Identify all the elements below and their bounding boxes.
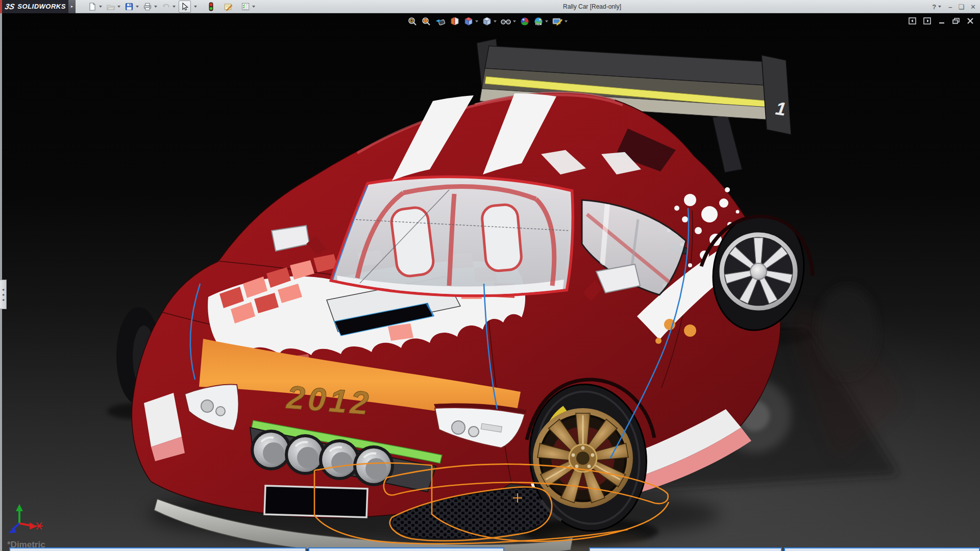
left-arrow-icon: ◄ — [2, 288, 5, 291]
eyeglasses-icon — [500, 16, 511, 27]
document-window-controls — [909, 17, 974, 24]
document-close-icon[interactable] — [967, 17, 974, 24]
select-tool-dropdown[interactable] — [192, 5, 199, 9]
restore-icon: ❏ — [958, 3, 964, 11]
display-style-cube-icon — [482, 16, 492, 27]
dropdown-caret-icon[interactable] — [99, 6, 102, 8]
dropdown-caret-icon[interactable] — [194, 6, 197, 8]
window-title: Rally Car [Read-only] — [563, 0, 621, 13]
select-cursor-icon — [180, 2, 189, 11]
rally-car-model[interactable]: 1 — [0, 13, 980, 551]
previous-view-icon — [435, 16, 446, 27]
section-view-icon — [450, 16, 460, 27]
cropped-window-edge[interactable] — [9, 547, 306, 551]
window-controls: ? – ❏ ✕ — [932, 0, 976, 13]
rebuild-button[interactable] — [205, 1, 216, 12]
view-orientation-cube-icon — [463, 16, 474, 27]
close-icon: ✕ — [970, 3, 976, 11]
headsup-view-toolbar — [407, 16, 568, 27]
title-bar: 3S SOLIDWORKS ▸ — [0, 0, 980, 13]
document-minimize-icon[interactable] — [938, 17, 945, 24]
dropdown-caret-icon[interactable] — [494, 20, 497, 22]
document-restore-icon[interactable] — [952, 17, 960, 24]
license-plate — [264, 486, 368, 517]
hide-show-items-button[interactable] — [500, 16, 516, 27]
left-arrow-icon: ◄ — [2, 298, 5, 302]
select-tool-button[interactable] — [179, 1, 191, 13]
view-settings-button[interactable] — [552, 16, 568, 27]
solidworks-logo-text: SOLIDWORKS — [17, 3, 66, 10]
orientation-triad — [8, 504, 43, 533]
display-style-button[interactable] — [482, 16, 497, 27]
new-document-icon — [88, 2, 97, 11]
feature-panel-expand-tab[interactable]: ◄ ◄ ◄ — [0, 280, 7, 309]
dropdown-caret-icon[interactable] — [252, 6, 255, 8]
solidworks-logo-mark: 3S — [4, 2, 15, 11]
section-view-button[interactable] — [450, 16, 460, 27]
dropdown-caret-icon[interactable] — [173, 6, 176, 8]
undo-arrow-icon — [161, 2, 170, 11]
help-button[interactable]: ? — [932, 3, 942, 11]
restore-button[interactable]: ❏ — [958, 3, 964, 11]
save-floppy-icon — [125, 2, 134, 11]
options-checklist-icon — [241, 2, 250, 11]
undo-button[interactable] — [160, 1, 178, 12]
collapse-left-panel-icon[interactable] — [909, 17, 917, 24]
collapse-right-panel-icon[interactable] — [923, 17, 932, 24]
solidworks-logo: 3S SOLIDWORKS — [0, 0, 68, 13]
standard-toolbar — [87, 1, 257, 13]
solidworks-window: 3S SOLIDWORKS ▸ — [0, 0, 980, 551]
cropped-window-edge[interactable] — [308, 547, 504, 551]
options-button[interactable] — [240, 1, 257, 12]
zoom-to-area-icon — [421, 16, 431, 27]
graphics-viewport[interactable]: 1 — [0, 13, 980, 551]
minimize-button[interactable]: – — [948, 3, 952, 11]
zoom-to-fit-icon — [407, 16, 418, 27]
save-button[interactable] — [124, 1, 141, 12]
zoom-to-area-button[interactable] — [421, 16, 431, 27]
left-arrow-icon: ◄ — [2, 293, 5, 296]
decal-2012: 2012 — [285, 379, 373, 422]
open-folder-icon — [106, 2, 115, 11]
zoom-to-fit-button[interactable] — [407, 16, 418, 27]
appearance-note-icon — [224, 2, 233, 11]
view-orientation-button[interactable] — [463, 16, 478, 27]
print-button[interactable] — [142, 1, 159, 12]
edit-appearance-button[interactable] — [520, 16, 530, 27]
new-document-button[interactable] — [87, 1, 104, 12]
windshield[interactable] — [333, 178, 572, 305]
dropdown-caret-icon[interactable] — [154, 6, 157, 8]
edit-appearance-note-button[interactable] — [223, 1, 234, 12]
dropdown-caret-icon[interactable] — [513, 20, 516, 22]
minimize-icon: – — [948, 3, 952, 11]
dropdown-caret-icon[interactable] — [545, 20, 548, 22]
open-document-button[interactable] — [105, 1, 122, 12]
dropdown-caret-icon[interactable] — [565, 20, 568, 22]
menu-flyout-arrow-icon[interactable]: ▸ — [68, 0, 76, 13]
help-icon: ? — [932, 3, 936, 11]
close-button[interactable]: ✕ — [970, 3, 976, 11]
previous-view-button[interactable] — [435, 16, 446, 27]
apply-scene-button[interactable] — [533, 16, 548, 27]
apply-scene-icon — [533, 16, 544, 27]
dropdown-caret-icon[interactable] — [136, 6, 139, 8]
cropped-window-edge[interactable] — [589, 547, 782, 551]
view-settings-icon — [552, 16, 563, 27]
dropdown-caret-icon[interactable] — [938, 6, 941, 8]
printer-icon — [143, 2, 152, 11]
cropped-window-edge[interactable] — [784, 547, 980, 551]
dropdown-caret-icon[interactable] — [475, 20, 478, 22]
dropdown-caret-icon[interactable] — [117, 6, 120, 8]
rebuild-traffic-light-icon — [206, 2, 215, 11]
appearance-ball-icon — [520, 16, 530, 27]
bottom-window-edges — [0, 547, 980, 551]
